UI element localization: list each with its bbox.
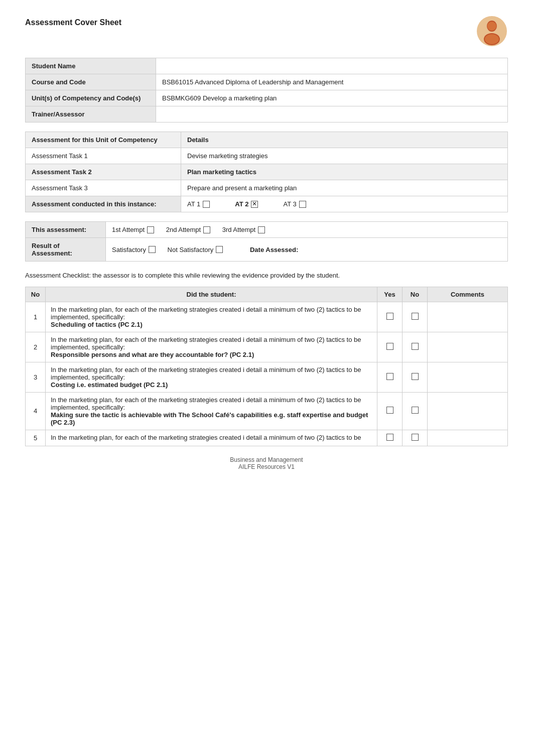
- student-name-value: [156, 58, 508, 74]
- attempt2-option: 2nd Attempt: [166, 226, 210, 233]
- attempt3-option: 3rd Attempt: [222, 226, 265, 233]
- student-name-label: Student Name: [26, 58, 156, 74]
- yes-checkbox-2[interactable]: [386, 343, 393, 350]
- satisfactory-label: Satisfactory: [112, 246, 146, 254]
- attempt-options: 1st Attempt 2nd Attempt 3rd Attempt: [106, 222, 508, 238]
- at1-label: AT 1: [187, 200, 200, 208]
- yes-checkbox-1[interactable]: [386, 313, 393, 320]
- row-no-yn-2[interactable]: [403, 332, 428, 362]
- checklist-intro: Assessment Checklist: the assessor is to…: [25, 271, 508, 281]
- unit-value: BSBMKG609 Develop a marketing plan: [156, 90, 508, 106]
- attempt2-label: 2nd Attempt: [166, 226, 201, 233]
- checklist-table: No Did the student: Yes No Comments 1In …: [25, 287, 508, 446]
- checklist-row-5: 5In the marketing plan, for each of the …: [26, 430, 508, 446]
- col-no-header-yn: No: [403, 287, 428, 302]
- unit-label: Unit(s) of Competency and Code(s): [26, 90, 156, 106]
- at1-option: AT 1: [187, 200, 210, 208]
- satisfactory-checkbox[interactable]: [149, 246, 156, 253]
- at2-label: AT 2: [235, 200, 248, 208]
- col-comments-header: Comments: [428, 287, 508, 302]
- task2-row: Assessment Task 2 Plan marketing tactics: [26, 164, 508, 180]
- attempt1-label: 1st Attempt: [112, 226, 145, 233]
- row-no-yn-4[interactable]: [403, 392, 428, 430]
- footer-line2: AILFE Resources V1: [25, 463, 508, 470]
- row-yes-2[interactable]: [377, 332, 403, 362]
- trainer-value: [156, 106, 508, 122]
- at2-checkbox[interactable]: [251, 201, 258, 208]
- task1-row: Assessment Task 1 Devise marketing strat…: [26, 148, 508, 164]
- row-comments-1: [428, 302, 508, 332]
- row-comments-4: [428, 392, 508, 430]
- attempt3-label: 3rd Attempt: [222, 226, 255, 233]
- task1-value: Devise marketing strategies: [181, 148, 508, 164]
- result-options: Satisfactory Not Satisfactory Date Asses…: [106, 238, 508, 262]
- cover-table: Student Name Course and Code BSB61015 Ad…: [25, 58, 508, 122]
- trainer-row: Trainer/Assessor: [26, 106, 508, 122]
- yes-checkbox-3[interactable]: [386, 373, 393, 380]
- page-title: Assessment Cover Sheet: [25, 15, 121, 27]
- no-checkbox-1[interactable]: [412, 313, 419, 320]
- checklist-intro-text: Assessment Checklist: the assessor is to…: [25, 272, 340, 279]
- checklist-row-3: 3In the marketing plan, for each of the …: [26, 362, 508, 392]
- no-checkbox-4[interactable]: [412, 407, 419, 414]
- attempt3-checkbox[interactable]: [258, 226, 265, 233]
- at3-checkbox[interactable]: [299, 201, 306, 208]
- col-did-header: Did the student:: [46, 287, 377, 302]
- attempt-table: This assessment: 1st Attempt 2nd Attempt…: [25, 221, 508, 262]
- at2-option: AT 2: [235, 200, 258, 208]
- task3-value: Prepare and present a marketing plan: [181, 180, 508, 196]
- no-checkbox-3[interactable]: [412, 373, 419, 380]
- checklist-header-row: No Did the student: Yes No Comments: [26, 287, 508, 302]
- attempt1-option: 1st Attempt: [112, 226, 154, 233]
- attempt2-checkbox[interactable]: [203, 226, 210, 233]
- logo: [476, 15, 508, 49]
- course-label: Course and Code: [26, 74, 156, 90]
- row-desc-4: In the marketing plan, for each of the m…: [46, 392, 377, 430]
- at1-checkbox[interactable]: [203, 201, 210, 208]
- page-header: Assessment Cover Sheet: [25, 15, 508, 49]
- row-desc-1: In the marketing plan, for each of the m…: [46, 302, 377, 332]
- instance-label: Assessment conducted in this instance:: [26, 196, 181, 212]
- svg-point-3: [487, 22, 496, 31]
- col-yes-header: Yes: [377, 287, 403, 302]
- task3-label: Assessment Task 3: [26, 180, 181, 196]
- unit-header-details: Details: [181, 132, 508, 148]
- attempt1-checkbox[interactable]: [147, 226, 154, 233]
- trainer-label: Trainer/Assessor: [26, 106, 156, 122]
- row-yes-3[interactable]: [377, 362, 403, 392]
- col-no-header: No: [26, 287, 46, 302]
- row-no-yn-3[interactable]: [403, 362, 428, 392]
- yes-checkbox-4[interactable]: [386, 407, 393, 414]
- unit-table: Assessment for this Unit of Competency D…: [25, 132, 508, 212]
- result-row: Result of Assessment: Satisfactory Not S…: [26, 238, 508, 262]
- yes-checkbox-5[interactable]: [386, 434, 393, 441]
- row-comments-3: [428, 362, 508, 392]
- not-satisfactory-checkbox[interactable]: [216, 246, 223, 253]
- result-label: Result of Assessment:: [26, 238, 106, 262]
- this-assessment-label: This assessment:: [26, 222, 106, 238]
- row-no-yn-1[interactable]: [403, 302, 428, 332]
- at3-label: AT 3: [283, 200, 296, 208]
- checklist-row-2: 2In the marketing plan, for each of the …: [26, 332, 508, 362]
- row-no-3: 3: [26, 362, 46, 392]
- footer-line1: Business and Management: [25, 456, 508, 463]
- course-row: Course and Code BSB61015 Advanced Diplom…: [26, 74, 508, 90]
- row-no-yn-5[interactable]: [403, 430, 428, 446]
- row-desc-5: In the marketing plan, for each of the m…: [46, 430, 377, 446]
- no-checkbox-5[interactable]: [412, 434, 419, 441]
- no-checkbox-2[interactable]: [412, 343, 419, 350]
- row-yes-5[interactable]: [377, 430, 403, 446]
- student-name-row: Student Name: [26, 58, 508, 74]
- row-no-2: 2: [26, 332, 46, 362]
- not-satisfactory-option: Not Satisfactory: [168, 246, 223, 254]
- row-comments-2: [428, 332, 508, 362]
- row-yes-4[interactable]: [377, 392, 403, 430]
- task3-row: Assessment Task 3 Prepare and present a …: [26, 180, 508, 196]
- row-no-4: 4: [26, 392, 46, 430]
- course-value: BSB61015 Advanced Diploma of Leadership …: [156, 74, 508, 90]
- row-yes-1[interactable]: [377, 302, 403, 332]
- checklist-row-1: 1In the marketing plan, for each of the …: [26, 302, 508, 332]
- date-assessed-label: Date Assessed:: [250, 246, 298, 254]
- unit-row: Unit(s) of Competency and Code(s) BSBMKG…: [26, 90, 508, 106]
- row-no-5: 5: [26, 430, 46, 446]
